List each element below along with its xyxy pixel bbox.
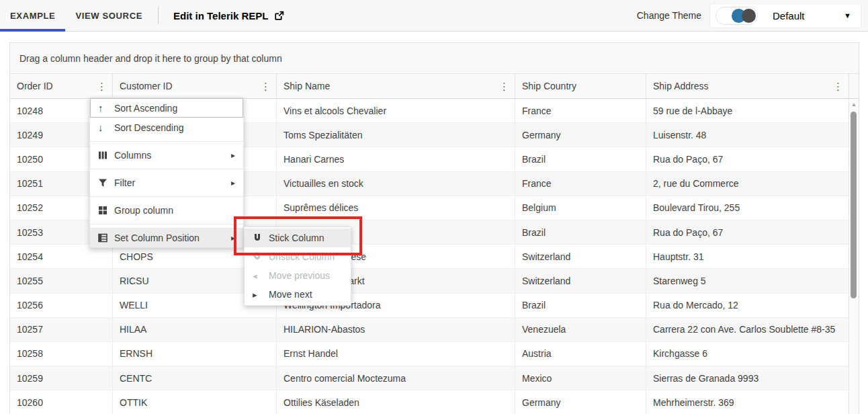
menu-item-sort-ascending[interactable]: ↑ Sort Ascending bbox=[90, 98, 243, 118]
menu-item-label: Sort Descending bbox=[114, 122, 184, 133]
cell-ship-address: Rua do Paço, 67 bbox=[646, 147, 849, 171]
edit-in-repl-link[interactable]: Edit in Telerik REPL bbox=[164, 0, 294, 31]
table-row[interactable]: 10258 ERNSH Ernst Handel Austria Kirchga… bbox=[10, 342, 859, 366]
cell-order-id: 10259 bbox=[10, 366, 112, 390]
cell-order-id: 10257 bbox=[10, 318, 112, 341]
cell-ship-country: France bbox=[515, 99, 646, 122]
column-title: Ship Name bbox=[284, 81, 330, 91]
menu-item-label: Stick Column bbox=[269, 233, 324, 243]
cell-customer-id: HILAA bbox=[112, 318, 276, 341]
menu-item-label: Move previous bbox=[269, 270, 330, 281]
menu-item-label: Filter bbox=[114, 177, 135, 188]
column-menu-icon[interactable]: ⋮ bbox=[261, 81, 271, 91]
cell-ship-address: Hauptstr. 31 bbox=[646, 245, 849, 268]
column-menu-icon[interactable]: ⋮ bbox=[97, 81, 107, 91]
cell-ship-country: Brazil bbox=[515, 220, 646, 244]
menu-item-unstick-column[interactable]: Unstick Column bbox=[245, 247, 351, 266]
sort-descending-icon: ↓ bbox=[98, 122, 114, 133]
cell-customer-id: ERNSH bbox=[112, 342, 276, 366]
cell-ship-address: Mehrheimerstr. 369 bbox=[646, 390, 849, 414]
cell-ship-country: Germany bbox=[515, 390, 646, 414]
group-icon bbox=[98, 206, 114, 215]
cell-ship-address: Rua do Mercado, 12 bbox=[646, 294, 849, 317]
table-row[interactable]: 10254 CHOPS Chop-suey Chinese Switzerlan… bbox=[10, 245, 859, 269]
cell-order-id: 10254 bbox=[10, 245, 112, 268]
table-row[interactable]: 10259 CENTC Centro comercial Moctezuma M… bbox=[10, 366, 859, 390]
cell-order-id: 10258 bbox=[10, 342, 112, 366]
cell-ship-name: Ernst Handel bbox=[276, 342, 515, 366]
menu-item-move-next[interactable]: ▸ Move next bbox=[245, 285, 351, 304]
menu-item-label: Move next bbox=[269, 289, 312, 300]
menu-item-stick-column[interactable]: Stick Column bbox=[245, 229, 351, 247]
caret-left-icon: ◂ bbox=[253, 272, 269, 280]
table-row[interactable]: 10256 WELLI Wellington Importadora Brazi… bbox=[10, 294, 859, 318]
column-header-ship-country[interactable]: Ship Country bbox=[515, 74, 646, 98]
tab-example[interactable]: EXAMPLE bbox=[0, 0, 65, 31]
cell-ship-name: HILARION-Abastos bbox=[276, 318, 515, 341]
menu-separator bbox=[90, 169, 243, 169]
menu-separator bbox=[90, 196, 243, 197]
cell-ship-name: Centro comercial Moctezuma bbox=[276, 366, 515, 390]
menu-item-label: Set Column Position bbox=[114, 233, 200, 243]
column-position-submenu: Stick Column Unstick Column ◂ Move previ… bbox=[244, 226, 351, 306]
column-menu-icon[interactable]: ⋮ bbox=[833, 81, 843, 91]
column-header-order-id[interactable]: Order ID ⋮ bbox=[10, 74, 112, 98]
column-header-ship-address[interactable]: Ship Address ⋮ bbox=[646, 74, 849, 98]
tab-example-label: EXAMPLE bbox=[10, 11, 55, 21]
cell-ship-address: Kirchgasse 6 bbox=[646, 342, 849, 366]
menu-item-label: Sort Ascending bbox=[114, 103, 177, 114]
cell-ship-country: France bbox=[515, 172, 646, 196]
table-row[interactable]: 10255 RICSU Richter Supermarkt Switzerla… bbox=[10, 269, 859, 293]
cell-ship-name: Suprêmes délices bbox=[276, 196, 515, 220]
submenu-arrow-icon: ▸ bbox=[231, 233, 235, 243]
menu-item-label: Group column bbox=[114, 205, 173, 216]
column-context-menu: ↑ Sort Ascending ↓ Sort Descending Colum… bbox=[89, 97, 244, 248]
menu-item-filter[interactable]: Filter ▸ bbox=[90, 173, 243, 192]
column-title: Order ID bbox=[17, 81, 53, 91]
columns-icon bbox=[98, 151, 114, 160]
menu-separator bbox=[90, 224, 243, 224]
column-header-ship-name[interactable]: Ship Name ⋮ bbox=[276, 74, 515, 98]
cell-ship-address: 2, rue du Commerce bbox=[646, 172, 849, 196]
cell-customer-id: CENTC bbox=[112, 366, 276, 390]
column-menu-icon[interactable]: ⋮ bbox=[499, 81, 509, 91]
tab-view-source-label: VIEW SOURCE bbox=[75, 11, 142, 21]
submenu-arrow-icon: ▸ bbox=[231, 151, 235, 160]
theme-toggle-dark-dot bbox=[742, 9, 756, 23]
cell-ship-country: Germany bbox=[515, 123, 646, 147]
menu-item-sort-descending[interactable]: ↓ Sort Descending bbox=[90, 118, 243, 137]
set-column-position-icon bbox=[98, 233, 114, 243]
scrollbar-up-arrow-icon[interactable]: ▲ bbox=[849, 101, 859, 108]
group-drop-panel[interactable]: Drag a column header and drop it here to… bbox=[10, 43, 859, 74]
cell-order-id: 10256 bbox=[10, 294, 112, 317]
tab-view-source[interactable]: VIEW SOURCE bbox=[65, 0, 153, 31]
theme-selected-value: Default bbox=[773, 10, 805, 22]
cell-ship-address: 59 rue de l-Abbaye bbox=[646, 99, 849, 122]
theme-toggle[interactable] bbox=[715, 7, 758, 25]
table-row[interactable]: 10260 OTTIK Ottilies Käseladen Germany M… bbox=[10, 390, 859, 414]
cell-ship-address: Rua do Paço, 67 bbox=[646, 220, 849, 244]
sort-ascending-icon: ↑ bbox=[98, 102, 114, 114]
menu-item-set-column-position[interactable]: Set Column Position ▸ bbox=[90, 228, 243, 247]
magnet-icon bbox=[253, 233, 269, 243]
cell-ship-address: Sierras de Granada 9993 bbox=[646, 366, 849, 390]
cell-ship-address: Starenweg 5 bbox=[646, 269, 849, 292]
cell-ship-country: Switzerland bbox=[515, 245, 646, 268]
menu-item-columns[interactable]: Columns ▸ bbox=[90, 145, 243, 165]
cell-ship-country: Austria bbox=[515, 342, 646, 366]
menu-item-label: Unstick Column bbox=[269, 251, 335, 262]
cell-ship-address: Carrera 22 con Ave. Carlos Soublette #8-… bbox=[646, 318, 849, 341]
edit-in-repl-label: Edit in Telerik REPL bbox=[173, 10, 268, 22]
vertical-scrollbar[interactable]: ▲ bbox=[849, 99, 859, 414]
filter-icon bbox=[98, 178, 114, 188]
menu-item-group-column[interactable]: Group column bbox=[90, 200, 243, 220]
menu-item-move-previous[interactable]: ◂ Move previous bbox=[245, 266, 351, 285]
column-title: Customer ID bbox=[120, 81, 173, 91]
header-scrollbar-filler bbox=[849, 74, 859, 98]
cell-ship-country: Switzerland bbox=[515, 269, 646, 292]
cell-ship-name: Victuailles en stock bbox=[276, 172, 515, 196]
table-row[interactable]: 10257 HILAA HILARION-Abastos Venezuela C… bbox=[10, 318, 859, 342]
theme-select[interactable]: Default ▼ bbox=[709, 3, 861, 28]
column-header-customer-id[interactable]: Customer ID ⋮ bbox=[112, 74, 276, 98]
scrollbar-thumb[interactable] bbox=[851, 112, 857, 298]
